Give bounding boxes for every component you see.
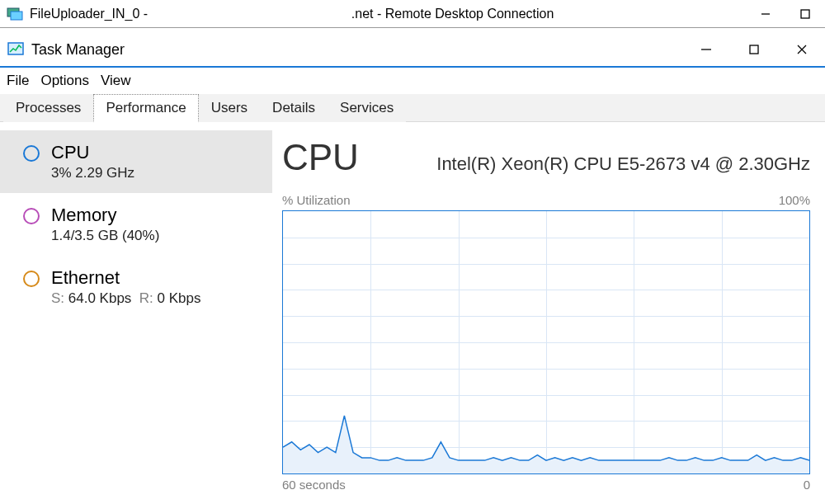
task-manager-titlebar: Task Manager <box>0 33 825 68</box>
close-button[interactable] <box>792 40 812 59</box>
rdp-titlebar: FileUploader_IN_0 - .net - Remote Deskto… <box>0 0 825 28</box>
eth-r-label: R: <box>139 290 153 306</box>
menu-view[interactable]: View <box>101 73 131 89</box>
memory-circle-icon <box>23 208 40 224</box>
x-axis-label-right: 0 <box>804 478 810 492</box>
rdp-title-center: .net - Remote Desktop Connection <box>148 7 757 21</box>
x-axis-label-left: 60 seconds <box>282 478 346 492</box>
eth-r-value: 0 Kbps <box>158 290 201 306</box>
sidebar-cpu-title: CPU <box>51 142 134 163</box>
svg-rect-6 <box>750 45 758 54</box>
menu-options[interactable]: Options <box>40 73 89 89</box>
sidebar-ethernet-title: Ethernet <box>51 267 200 289</box>
sidebar-item-memory[interactable]: Memory 1.4/3.5 GB (40%) <box>0 193 272 256</box>
rdp-minimize-button[interactable] <box>757 6 774 22</box>
maximize-button[interactable] <box>744 40 764 59</box>
svg-rect-1 <box>11 12 22 20</box>
eth-s-value: 64.0 Kbps <box>68 290 132 306</box>
tabstrip: Processes Performance Users Details Serv… <box>0 94 825 122</box>
eth-s-label: S: <box>51 290 64 306</box>
rdp-title-left: FileUploader_IN_0 - <box>30 7 148 21</box>
perf-sidebar: CPU 3% 2.29 GHz Memory 1.4/3.5 GB (40%) … <box>0 122 272 504</box>
sidebar-cpu-sub: 3% 2.29 GHz <box>51 165 134 181</box>
tab-users[interactable]: Users <box>199 94 260 122</box>
page-title: CPU <box>282 137 359 178</box>
tab-performance[interactable]: Performance <box>93 94 198 122</box>
sidebar-memory-title: Memory <box>51 205 159 226</box>
svg-rect-4 <box>8 43 23 54</box>
cpu-chart <box>282 210 810 474</box>
tab-services[interactable]: Services <box>328 94 406 122</box>
y-axis-label-left: % Utilization <box>282 193 351 207</box>
sidebar-memory-sub: 1.4/3.5 GB (40%) <box>51 228 159 244</box>
cpu-model: Intel(R) Xeon(R) CPU E5-2673 v4 @ 2.30GH… <box>436 153 810 175</box>
perf-main: CPU Intel(R) Xeon(R) CPU E5-2673 v4 @ 2.… <box>272 122 825 504</box>
minimize-button[interactable] <box>696 40 716 59</box>
menu-file[interactable]: File <box>7 73 29 89</box>
menubar: File Options View <box>0 68 825 94</box>
rdp-maximize-button[interactable] <box>797 6 813 22</box>
task-manager-title: Task Manager <box>31 41 696 59</box>
remote-desktop-icon <box>7 7 23 21</box>
sidebar-ethernet-sub: S: 64.0 Kbps R: 0 Kbps <box>51 290 200 307</box>
tab-processes[interactable]: Processes <box>3 94 93 122</box>
ethernet-circle-icon <box>23 271 40 287</box>
sidebar-item-cpu[interactable]: CPU 3% 2.29 GHz <box>0 130 272 193</box>
sidebar-item-ethernet[interactable]: Ethernet S: 64.0 Kbps R: 0 Kbps <box>0 256 272 318</box>
svg-rect-3 <box>801 10 809 18</box>
tab-details[interactable]: Details <box>260 94 328 122</box>
y-axis-label-right: 100% <box>779 193 810 207</box>
cpu-circle-icon <box>23 145 40 162</box>
task-manager-icon <box>7 40 25 59</box>
